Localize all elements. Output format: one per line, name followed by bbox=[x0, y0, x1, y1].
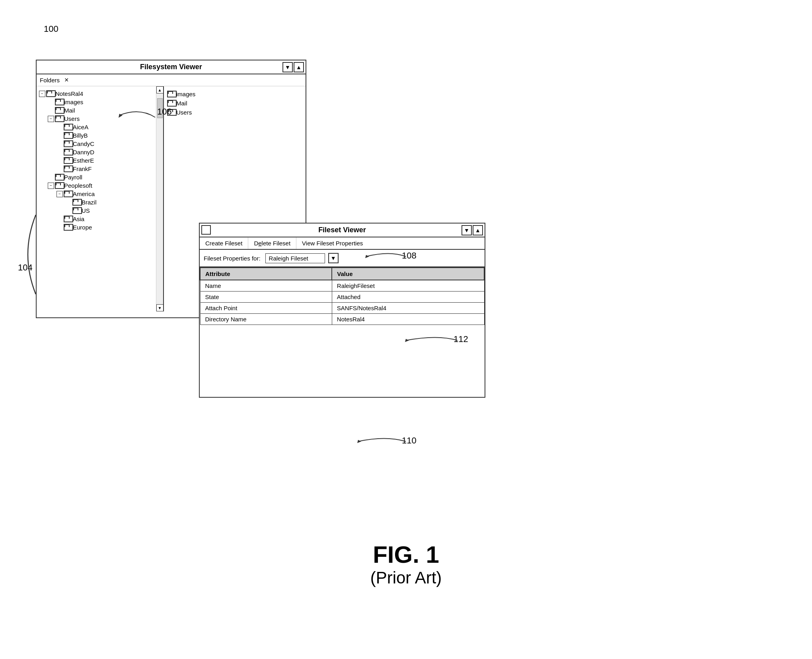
tree-item-peoplesoft[interactable]: −Peoplesoft bbox=[37, 181, 163, 190]
folder-icon-images bbox=[55, 99, 63, 105]
arrow-112 bbox=[402, 332, 461, 348]
tree-item-asia[interactable]: Asia bbox=[37, 215, 163, 223]
tree-label-notesral4[interactable]: NotesRal4 bbox=[55, 90, 83, 97]
arrow-106 bbox=[115, 103, 163, 123]
val-cell: SANFS/NotesRal4 bbox=[332, 303, 484, 314]
tree-label-payroll[interactable]: Payroll bbox=[64, 174, 82, 181]
folder-icon-payroll bbox=[55, 174, 63, 181]
table-row: Directory NameNotesRal4 bbox=[200, 314, 484, 325]
fv-properties-row: Fileset Properties for: Raleigh Fileset … bbox=[200, 250, 485, 267]
fv-fileset-name-value: Raleigh Fileset bbox=[265, 253, 325, 263]
tree-label-billyb[interactable]: BillyB bbox=[73, 132, 88, 139]
tree-item-aicea[interactable]: AiceA bbox=[37, 123, 163, 131]
tree-label-mail[interactable]: Mail bbox=[64, 107, 75, 114]
table-row: StateAttached bbox=[200, 292, 484, 303]
svg-marker-3 bbox=[405, 339, 409, 342]
col-value-header: Value bbox=[332, 268, 484, 280]
tree-toggle-notesral4[interactable]: − bbox=[39, 91, 45, 97]
right-items-container: imagesMailUsers bbox=[167, 89, 302, 117]
tree-item-europe[interactable]: Europe bbox=[37, 223, 163, 231]
create-fileset-button[interactable]: Create Fileset bbox=[200, 237, 248, 249]
folder-icon-brazil bbox=[72, 199, 80, 206]
tree-label-america[interactable]: America bbox=[73, 191, 95, 197]
fs-title: Filesystem Viewer bbox=[140, 63, 202, 71]
tree-toggle-users[interactable]: − bbox=[48, 116, 54, 122]
folder-icon-right-images bbox=[167, 91, 175, 97]
fv-table-body: NameRaleighFilesetStateAttachedAttach Po… bbox=[200, 280, 484, 325]
tree-label-dannyd[interactable]: DannyD bbox=[73, 149, 94, 156]
scroll-down-btn[interactable]: ▼ bbox=[156, 304, 164, 311]
tree-label-frankf[interactable]: FrankF bbox=[73, 165, 92, 172]
tree-toggle-america[interactable]: − bbox=[56, 191, 63, 197]
fv-table-container: Attribute Value NameRaleighFilesetStateA… bbox=[200, 267, 485, 325]
arrow-110 bbox=[354, 434, 410, 449]
tree-label-esthere[interactable]: EstherE bbox=[73, 157, 94, 164]
folder-icon-users bbox=[55, 116, 63, 122]
scroll-up-btn[interactable]: ▲ bbox=[156, 86, 164, 93]
tree-label-us[interactable]: US bbox=[82, 207, 90, 214]
tree-label-images[interactable]: images bbox=[64, 99, 83, 105]
tree-toggle-peoplesoft[interactable]: − bbox=[48, 183, 54, 189]
attr-cell: Name bbox=[200, 280, 332, 292]
fv-scroll-up-btn[interactable]: ▲ bbox=[473, 225, 483, 235]
figure-caption: (Prior Art) bbox=[370, 568, 442, 587]
val-cell: NotesRal4 bbox=[332, 314, 484, 325]
tree-label-users[interactable]: Users bbox=[64, 115, 80, 122]
tree-item-america[interactable]: −America bbox=[37, 190, 163, 198]
fv-titlebar-buttons: ▼ ▲ bbox=[461, 225, 483, 235]
table-row: NameRaleighFileset bbox=[200, 280, 484, 292]
tree-item-frankf[interactable]: FrankF bbox=[37, 165, 163, 173]
right-item-mail[interactable]: Mail bbox=[167, 99, 302, 108]
val-cell: RaleighFileset bbox=[332, 280, 484, 292]
tree-label-peoplesoft[interactable]: Peoplesoft bbox=[64, 182, 92, 189]
folder-icon-us bbox=[72, 208, 80, 214]
attr-cell: Directory Name bbox=[200, 314, 332, 325]
tree-item-payroll[interactable]: Payroll bbox=[37, 173, 163, 181]
folder-icon-esthere bbox=[64, 157, 72, 164]
tree-label-aicea[interactable]: AiceA bbox=[73, 124, 88, 130]
arrow-108 bbox=[362, 249, 410, 264]
tree-item-esthere[interactable]: EstherE bbox=[37, 156, 163, 165]
tree-item-brazil[interactable]: Brazil bbox=[37, 198, 163, 206]
col-attribute-header: Attribute bbox=[200, 268, 332, 280]
folder-icon-candyc bbox=[64, 141, 72, 147]
folder-icon-america bbox=[64, 191, 72, 197]
fs-folders-label: Folders bbox=[40, 77, 60, 84]
fs-scroll-down-btn[interactable]: ▼ bbox=[282, 62, 293, 72]
fs-close-button[interactable]: × bbox=[64, 76, 69, 84]
tree-item-billyb[interactable]: BillyB bbox=[37, 131, 163, 140]
tree-label-brazil[interactable]: Brazil bbox=[82, 199, 97, 206]
tree-item-notesral4[interactable]: −NotesRal4 bbox=[37, 89, 163, 98]
fs-scroll-up-btn[interactable]: ▲ bbox=[294, 62, 304, 72]
table-row: Attach PointSANFS/NotesRal4 bbox=[200, 303, 484, 314]
figure-number: FIG. 1 bbox=[370, 541, 442, 568]
tree-label-europe[interactable]: Europe bbox=[73, 224, 92, 231]
fv-titlebar-left-box bbox=[201, 225, 211, 235]
fs-toolbar: Folders × bbox=[37, 74, 306, 86]
tree-item-us[interactable]: US bbox=[37, 206, 163, 215]
tree-label-asia[interactable]: Asia bbox=[73, 216, 84, 222]
right-item-images[interactable]: images bbox=[167, 89, 302, 99]
delete-fileset-label: Delete Fileset bbox=[254, 240, 290, 247]
delete-fileset-button[interactable]: Delete Fileset bbox=[248, 237, 296, 249]
folder-icon-notesral4 bbox=[46, 91, 54, 97]
fv-toolbar: Create Fileset Delete Fileset View Files… bbox=[200, 237, 485, 250]
fv-attributes-table: Attribute Value NameRaleighFilesetStateA… bbox=[200, 267, 485, 325]
tree-label-candyc[interactable]: CandyC bbox=[73, 140, 94, 147]
folder-icon-europe bbox=[64, 224, 72, 231]
view-fileset-properties-button[interactable]: View Fileset Properties bbox=[296, 237, 368, 249]
svg-marker-1 bbox=[365, 255, 369, 258]
folder-icon-frankf bbox=[64, 166, 72, 172]
fv-titlebar: Fileset Viewer ▼ ▲ bbox=[200, 224, 485, 237]
folder-icon-right-mail bbox=[167, 100, 175, 107]
fs-titlebar: Filesystem Viewer ▼ ▲ bbox=[37, 60, 306, 74]
fv-title: Fileset Viewer bbox=[318, 226, 366, 234]
fv-fileset-dropdown-btn[interactable]: ▼ bbox=[328, 253, 339, 263]
create-fileset-label: Create Fileset bbox=[205, 240, 242, 247]
fileset-viewer-window: Fileset Viewer ▼ ▲ Create Fileset Delete… bbox=[199, 223, 485, 398]
tree-item-dannyd[interactable]: DannyD bbox=[37, 148, 163, 156]
tree-item-candyc[interactable]: CandyC bbox=[37, 140, 163, 148]
annotation-100: 100 bbox=[44, 24, 58, 34]
right-item-users[interactable]: Users bbox=[167, 108, 302, 117]
fv-scroll-down-btn[interactable]: ▼ bbox=[461, 225, 472, 235]
